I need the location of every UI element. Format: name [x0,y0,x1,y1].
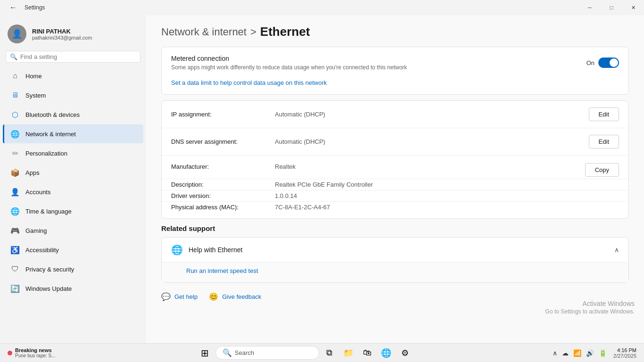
sidebar-item-network[interactable]: 🌐 Network & internet [3,124,143,143]
speed-test-link[interactable]: Run an internet speed test [186,267,258,274]
manufacturer-label: Manufacturer: [171,163,275,170]
titlebar-title: Settings [25,4,45,11]
taskbar: Breaking news Pune bus rape: S... ⊞ 🔍 Se… [0,343,644,362]
sidebar-item-label-time: Time & language [25,208,72,215]
edge-browser-button[interactable]: 🌐 [378,345,395,362]
time-icon: 🌐 [10,206,20,216]
sidebar-item-privacy[interactable]: 🛡 Privacy & security [3,260,143,279]
battery-icon[interactable]: 🔋 [597,347,609,359]
metered-info: Metered connection Some apps might work … [171,55,586,71]
sidebar-item-label-privacy: Privacy & security [25,266,74,273]
taskbar-search-icon: 🔍 [223,348,232,357]
chevron-up-icon: ∧ [614,246,619,254]
back-button[interactable]: ← [6,1,21,14]
ip-assignment-row: IP assignment: Automatic (DHCP) Edit [162,101,628,128]
user-info: RINI PATHAK pathakrini343@gmail.com [32,28,92,41]
home-icon: ⌂ [10,71,20,81]
sidebar: 👤 RINI PATHAK pathakrini343@gmail.com 🔍 … [0,15,146,343]
news-title: Breaking news [15,347,56,353]
taskbar-left: Breaking news Pune bus rape: S... [0,346,63,360]
update-icon: 🔄 [10,284,20,293]
start-button[interactable]: ⊞ [197,345,214,362]
bluetooth-icon: ⬡ [10,110,20,119]
ip-assignment-label: IP assignment: [171,111,275,118]
close-button[interactable]: ✕ [622,0,644,15]
get-help-icon: 💬 [161,292,171,301]
tray-up-arrow-icon[interactable]: ∧ [551,347,559,359]
network-icon: 🌐 [10,129,20,139]
sidebar-item-system[interactable]: 🖥 System [3,86,143,105]
maximize-button[interactable]: □ [601,0,622,15]
sidebar-item-personalization[interactable]: ✏ Personalization [3,144,143,163]
sidebar-item-label-network: Network & internet [25,131,76,138]
wifi-icon[interactable]: 📶 [571,347,583,359]
ip-edit-button[interactable]: Edit [589,107,619,121]
support-card: 🌐 Help with Ethernet ∧ Run an internet s… [161,237,629,283]
personalization-icon: ✏ [10,148,20,158]
titlebar-left: ← Settings [6,1,45,14]
microsoft-store-button[interactable]: 🛍 [359,345,376,362]
sidebar-item-accounts[interactable]: 👤 Accounts [3,182,143,201]
driver-label: Driver version: [171,192,275,199]
file-explorer-button[interactable]: 📁 [340,345,357,362]
content-area: Metered connection Some apps might work … [146,47,644,314]
sidebar-item-apps[interactable]: 📦 Apps [3,163,143,182]
sidebar-item-time[interactable]: 🌐 Time & language [3,202,143,221]
main-content: Network & internet > Ethernet Metered co… [146,15,644,343]
sidebar-item-gaming[interactable]: 🎮 Gaming [3,221,143,240]
accessibility-icon: ♿ [10,245,20,255]
mac-label: Physical address (MAC): [171,204,275,211]
data-limit-link[interactable]: Set a data limit to help control data us… [171,79,327,86]
system-clock[interactable]: 4:16 PM 2/27/2025 [610,347,640,359]
driver-value: 1.0.0.14 [275,192,584,199]
support-header[interactable]: 🌐 Help with Ethernet ∧ [162,238,628,262]
volume-icon[interactable]: 🔊 [584,347,596,359]
news-subtitle: Pune bus rape: S... [15,353,56,358]
mac-value: 7C-8A-E1-2C-A4-67 [275,204,584,211]
get-help-link[interactable]: 💬 Get help [161,292,198,301]
task-view-button[interactable]: ⧉ [321,345,338,362]
toggle-switch-container: On [586,58,619,68]
taskbar-search-bar[interactable]: 🔍 Search [215,346,319,360]
dns-edit-button[interactable]: Edit [589,135,619,148]
sidebar-item-home[interactable]: ⌂ Home [3,66,143,85]
metered-title: Metered connection [171,55,586,62]
sidebar-item-label-update: Windows Update [25,285,72,292]
sidebar-item-label-bluetooth: Bluetooth & devices [25,111,80,118]
dns-label: DNS server assignment: [171,138,275,145]
give-feedback-link[interactable]: 😊 Give feedback [209,292,261,301]
search-input[interactable] [20,53,136,60]
sidebar-item-label-apps: Apps [25,169,40,176]
clock-date: 2/27/2025 [613,353,636,359]
search-icon: 🔍 [10,53,17,60]
taskbar-right: ∧ ☁ 📶 🔊 🔋 4:16 PM 2/27/2025 [547,347,644,359]
settings-taskbar-button[interactable]: ⚙ [396,345,413,362]
cloud-icon[interactable]: ☁ [560,347,570,359]
driver-row: Driver version: 1.0.0.14 [162,190,628,202]
support-body: Run an internet speed test [162,262,628,282]
sidebar-nav: ⌂ Home 🖥 System ⬡ Bluetooth & devices 🌐 … [0,66,146,298]
sidebar-search-box[interactable]: 🔍 [6,51,140,63]
privacy-icon: 🛡 [10,264,20,274]
dns-assignment-row: DNS server assignment: Automatic (DHCP) … [162,128,628,156]
sidebar-item-label-home: Home [25,73,42,80]
taskbar-center: ⊞ 🔍 Search ⧉ 📁 🛍 🌐 ⚙ [63,345,547,362]
metered-row: Metered connection Some apps might work … [162,47,628,78]
user-name: RINI PATHAK [32,28,92,35]
accounts-icon: 👤 [10,187,20,197]
taskbar-news[interactable]: Breaking news Pune bus rape: S... [4,346,59,360]
sidebar-item-update[interactable]: 🔄 Windows Update [3,279,143,298]
support-header-left: 🌐 Help with Ethernet [171,244,242,255]
toggle-label: On [586,59,594,66]
clock-time: 4:16 PM [613,347,636,353]
sidebar-item-label-gaming: Gaming [25,227,47,234]
titlebar: ← Settings ─ □ ✕ [0,0,644,15]
breadcrumb-parent: Network & internet [161,26,247,38]
minimize-button[interactable]: ─ [579,0,601,15]
give-feedback-label: Give feedback [222,293,261,300]
metered-toggle[interactable] [598,58,619,68]
copy-button[interactable]: Copy [585,163,619,177]
sidebar-item-accessibility[interactable]: ♿ Accessibility [3,240,143,259]
dns-value: Automatic (DHCP) [275,138,589,145]
sidebar-item-bluetooth[interactable]: ⬡ Bluetooth & devices [3,105,143,124]
